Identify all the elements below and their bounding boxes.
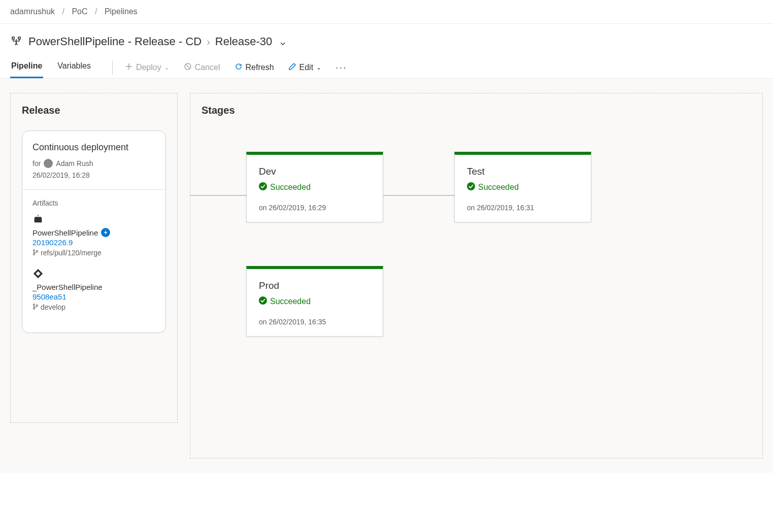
stage-status: Succeeded [259,182,371,192]
chevron-down-icon: ⌄ [278,35,287,48]
pipeline-title[interactable]: PowerShellPipeline - Release - CD [28,35,201,48]
svg-point-6 [33,304,35,306]
artifact-version-link[interactable]: 20190226.9 [32,238,155,247]
release-creator-line: for Adam Rush [32,159,155,168]
svg-point-9 [259,182,267,190]
stage-status: Succeeded [467,182,579,192]
release-created-time: 26/02/2019, 16:28 [32,171,155,179]
stage-name: Prod [259,280,371,291]
cancel-label: Cancel [195,63,220,72]
release-panel-title: Release [22,105,166,116]
artifact-name: _PowerShellPipeline [32,283,155,291]
svg-point-10 [467,182,475,190]
repo-artifact-icon [32,268,155,281]
tab-pipeline[interactable]: Pipeline [10,56,43,78]
breadcrumb-sep: / [95,7,97,16]
stage-status-text: Succeeded [270,297,311,306]
svg-point-11 [259,296,267,305]
artifact-branch: refs/pull/120/merge [32,249,155,257]
artifact-branch-text: develop [41,303,65,311]
branch-icon [32,303,39,311]
success-icon [467,182,475,192]
tab-variables[interactable]: Variables [56,56,92,78]
refresh-icon [234,62,243,73]
title-separator: › [207,36,210,48]
lightning-icon [101,228,110,237]
stage-name: Dev [259,166,371,177]
svg-point-7 [33,308,35,309]
breadcrumb-item-project[interactable]: PoC [72,7,87,16]
pipeline-canvas: Release Continuous deployment for Adam R… [0,79,773,473]
page-title-row: PowerShellPipeline - Release - CD › Rele… [0,24,773,52]
stage-time: on 26/02/2019, 16:35 [259,318,371,326]
branch-icon [32,249,39,257]
stage-connector [190,195,247,196]
artifact-version-link[interactable]: 9508ea51 [32,292,155,301]
svg-rect-0 [12,37,14,39]
cancel-button[interactable]: Cancel [179,59,225,76]
breadcrumb-item-org[interactable]: adamrushuk [10,7,55,16]
deploy-label: Deploy [136,63,161,72]
deploy-button[interactable]: Deploy ⌄ [120,59,175,76]
stage-connector [383,195,454,196]
stage-time: on 26/02/2019, 16:31 [467,204,579,212]
divider [22,189,165,190]
refresh-button[interactable]: Refresh [229,59,279,76]
release-name-dropdown[interactable]: Release-30 ⌄ [215,35,288,48]
breadcrumb-sep: / [62,7,64,16]
toolbar-separator [112,60,113,75]
stage-status: Succeeded [259,296,371,307]
stage-status-text: Succeeded [478,183,519,192]
stages-panel: Stages Dev Succeeded on 26/02/2019, 16:2… [190,93,763,458]
edit-label: Edit [299,63,314,72]
success-icon [259,296,267,307]
plus-icon [125,62,133,73]
artifact-name: PowerShellPipeline [32,228,155,237]
svg-point-8 [37,305,38,306]
stage-card-dev[interactable]: Dev Succeeded on 26/02/2019, 16:29 [246,152,383,222]
release-card[interactable]: Continuous deployment for Adam Rush 26/0… [22,130,166,333]
release-panel: Release Continuous deployment for Adam R… [10,93,178,423]
release-creator-name: Adam Rush [56,159,93,168]
artifact-branch-text: refs/pull/120/merge [41,249,102,257]
avatar [44,159,53,168]
more-actions-button[interactable]: ··· [330,58,352,76]
stage-card-prod[interactable]: Prod Succeeded on 26/02/2019, 16:35 [246,266,383,337]
release-name-text: Release-30 [215,35,273,48]
svg-point-5 [37,250,38,252]
stage-card-test[interactable]: Test Succeeded on 26/02/2019, 16:31 [454,152,591,222]
svg-rect-1 [18,37,20,39]
stage-name: Test [467,166,579,177]
breadcrumb: adamrushuk / PoC / Pipelines [0,0,773,24]
breadcrumb-item-section[interactable]: Pipelines [105,7,138,16]
artifact-item: _PowerShellPipeline 9508ea51 develop [32,268,155,311]
build-artifact-icon [32,213,155,226]
svg-point-3 [33,250,35,251]
artifact-name-text: PowerShellPipeline [32,228,98,237]
edit-icon [288,62,296,73]
refresh-label: Refresh [246,63,274,72]
for-prefix: for [32,159,41,168]
release-icon [10,36,22,48]
release-trigger-type: Continuous deployment [32,142,155,153]
edit-button[interactable]: Edit ⌄ [283,59,327,76]
svg-point-4 [33,253,35,255]
chevron-down-icon: ⌄ [316,64,321,71]
tab-toolbar-row: Pipeline Variables Deploy ⌄ Cancel Refre… [0,52,773,79]
stage-status-text: Succeeded [270,183,311,192]
artifact-name-text: _PowerShellPipeline [32,283,103,291]
stages-panel-title: Stages [201,105,751,116]
artifact-branch: develop [32,303,155,311]
cancel-icon [184,62,192,73]
artifact-item: PowerShellPipeline 20190226.9 refs/pull/… [32,213,155,257]
chevron-down-icon: ⌄ [164,64,170,71]
stage-time: on 26/02/2019, 16:29 [259,204,371,212]
artifacts-heading: Artifacts [32,199,155,207]
success-icon [259,182,267,192]
